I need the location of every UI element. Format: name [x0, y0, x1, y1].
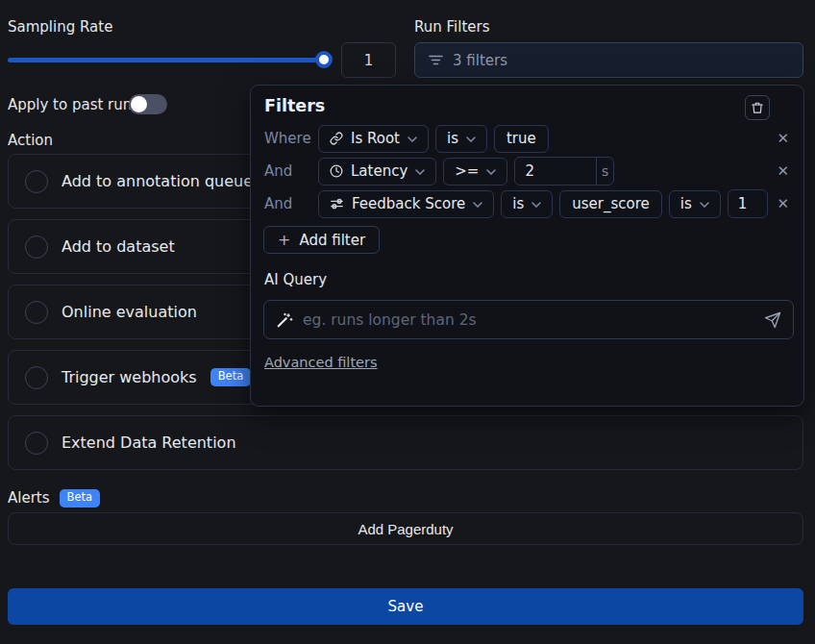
- add-filter-button[interactable]: + Add filter: [263, 226, 380, 254]
- run-filters-summary: 3 filters: [453, 52, 507, 69]
- plus-icon: +: [278, 231, 290, 249]
- feedback-value-input-group: [728, 189, 769, 218]
- remove-filter-button[interactable]: ✕: [775, 162, 791, 181]
- apply-past-runs-toggle[interactable]: [129, 94, 167, 114]
- alerts-label-row: Alerts Beta: [8, 489, 100, 508]
- chevron-down-icon: [466, 136, 476, 142]
- filter-operator-label: is: [447, 130, 458, 147]
- delete-rule-button[interactable]: [745, 95, 770, 120]
- option-label: Add to dataset: [62, 237, 175, 256]
- run-filters-field[interactable]: 3 filters: [414, 42, 803, 78]
- latency-unit-label: s: [596, 158, 614, 185]
- filter-operator-select[interactable]: >=: [443, 158, 507, 186]
- alerts-label: Alerts: [8, 489, 50, 507]
- filter-field-select[interactable]: Latency: [318, 158, 436, 186]
- link-icon: [330, 132, 343, 145]
- trash-icon: [751, 101, 764, 115]
- ai-query-label: AI Query: [264, 271, 327, 288]
- option-label: Online evaluation: [62, 303, 197, 321]
- ai-query-field[interactable]: [263, 300, 794, 339]
- feedback-score-icon: [330, 197, 344, 211]
- filter-row-feedback-score: And Feedback Score is user_score is: [251, 189, 803, 218]
- remove-filter-button[interactable]: ✕: [775, 195, 791, 213]
- filter-row-latency: And Latency >= s ✕: [251, 157, 803, 186]
- filter-operator-select[interactable]: is: [435, 125, 487, 153]
- sampling-rate-value[interactable]: 1: [341, 42, 396, 78]
- beta-badge: Beta: [210, 368, 252, 386]
- filter-operator-label: >=: [455, 162, 479, 180]
- filter-operator-label: is: [680, 195, 692, 212]
- beta-badge: Beta: [60, 489, 101, 508]
- action-option-extend-data-retention[interactable]: Extend Data Retention: [8, 415, 803, 470]
- filter-field-label: Is Root: [351, 130, 400, 147]
- filter-row-is-root: Where Is Root is true ✕: [251, 124, 803, 153]
- feedback-key-chip[interactable]: user_score: [559, 190, 662, 218]
- submit-ai-query-button[interactable]: [764, 311, 781, 329]
- add-pagerduty-button[interactable]: Add Pagerduty: [8, 512, 803, 545]
- filters-popover: Filters Where Is Root is true ✕: [250, 85, 804, 407]
- radio-unchecked-icon[interactable]: [25, 170, 48, 193]
- send-icon: [764, 311, 781, 329]
- chevron-down-icon: [700, 202, 709, 208]
- remove-filter-button[interactable]: ✕: [775, 130, 791, 148]
- advanced-filters-link[interactable]: Advanced filters: [264, 355, 378, 370]
- filters-title: Filters: [264, 96, 325, 115]
- action-label: Action: [8, 132, 53, 149]
- filter-field-select[interactable]: Is Root: [318, 125, 429, 153]
- chevron-down-icon: [486, 169, 496, 175]
- filter-operator-label: is: [512, 195, 524, 212]
- filter-field-select[interactable]: Feedback Score: [318, 190, 494, 218]
- filter-icon: [429, 54, 443, 66]
- sampling-rate-slider[interactable]: [8, 51, 334, 68]
- slider-track[interactable]: [8, 58, 327, 62]
- filter-prefix: And: [264, 162, 311, 180]
- filter-prefix: And: [264, 195, 311, 212]
- save-button[interactable]: Save: [8, 588, 803, 625]
- clock-icon: [330, 164, 343, 178]
- chevron-down-icon: [473, 202, 482, 208]
- option-label: Trigger webhooks: [62, 368, 197, 386]
- filter-field-label: Feedback Score: [352, 195, 465, 212]
- magic-wand-icon: [276, 311, 293, 329]
- radio-unchecked-icon[interactable]: [25, 235, 48, 259]
- run-filters-label: Run Filters: [414, 18, 490, 36]
- toggle-knob[interactable]: [131, 96, 147, 112]
- chevron-down-icon: [408, 136, 417, 142]
- option-label: Extend Data Retention: [62, 433, 236, 452]
- slider-knob[interactable]: [315, 51, 333, 68]
- filter-value-chip[interactable]: true: [494, 125, 549, 153]
- option-label: Add to annotation queue: [62, 172, 253, 190]
- automation-rule-form: Sampling Rate 1 Run Filters 3 filters Ap…: [0, 0, 815, 644]
- chevron-down-icon: [415, 169, 425, 175]
- ai-query-input[interactable]: [303, 311, 754, 329]
- latency-value-input-group: s: [514, 157, 614, 186]
- radio-unchecked-icon[interactable]: [25, 366, 48, 389]
- apply-past-runs-label: Apply to past runs: [8, 96, 139, 113]
- radio-unchecked-icon[interactable]: [25, 301, 48, 324]
- filter-prefix: Where: [264, 130, 311, 147]
- feedback-value-input[interactable]: [729, 190, 768, 217]
- filter-field-label: Latency: [351, 162, 408, 180]
- filter-operator2-select[interactable]: is: [669, 190, 721, 218]
- sampling-rate-label: Sampling Rate: [8, 18, 112, 36]
- latency-value-input[interactable]: [515, 158, 595, 185]
- add-filter-label: Add filter: [299, 232, 365, 249]
- filter-operator-select[interactable]: is: [501, 190, 553, 218]
- radio-unchecked-icon[interactable]: [25, 432, 48, 455]
- chevron-down-icon: [531, 202, 541, 208]
